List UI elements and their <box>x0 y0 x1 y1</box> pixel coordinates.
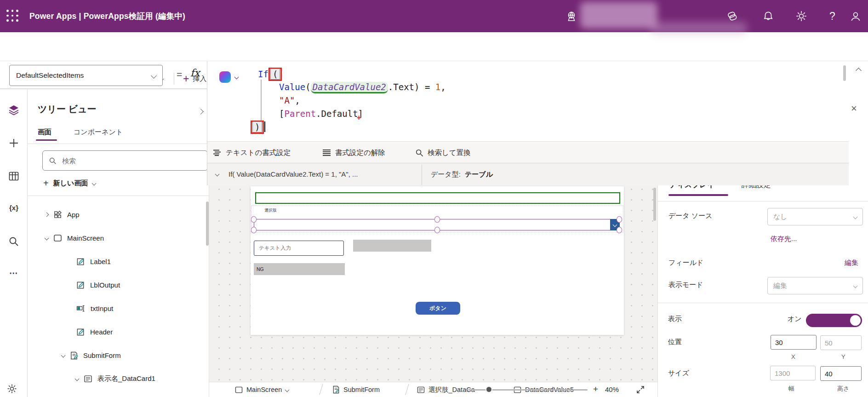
remove-formatting-button[interactable]: 書式設定の解除 <box>322 147 385 158</box>
zoom-level[interactable]: 40% <box>605 385 619 393</box>
data-source-dropdown[interactable]: なし <box>767 208 863 225</box>
breadcrumb-submitform[interactable]: SubmitForm <box>332 382 380 397</box>
fields-edit-link[interactable]: 編集 <box>845 259 858 267</box>
tree-search-input[interactable] <box>61 156 192 165</box>
waffle-menu-icon[interactable] <box>6 10 19 23</box>
datacard-icon <box>417 386 425 393</box>
more-rail-icon[interactable]: ⋯ <box>0 268 28 278</box>
selected-green-input[interactable] <box>255 192 620 204</box>
tree-item-mainscreen[interactable]: MainScreen <box>28 226 209 250</box>
settings-gear-icon[interactable] <box>795 10 807 22</box>
tab-components[interactable]: コンポーネント <box>74 128 123 137</box>
search-icon <box>415 149 423 157</box>
account-person-icon[interactable] <box>850 10 862 22</box>
collapse-formula-bar-chevron-icon[interactable] <box>856 68 862 74</box>
form-icon <box>70 351 78 360</box>
position-y-input[interactable]: 50 <box>820 335 862 350</box>
datatype-value: テーブル <box>465 170 493 179</box>
search-rail-icon[interactable] <box>8 236 20 247</box>
formula-line-4[interactable]: [Parent.Default] <box>279 108 363 120</box>
expand-chevron-icon[interactable] <box>45 213 49 217</box>
powerapps-studio: Power Apps | PowerApps検証用 (編集中) ? 戻る <box>0 0 868 397</box>
insert-rail-icon[interactable] <box>8 137 20 149</box>
breadcrumb-separator <box>319 384 323 395</box>
text-cursor <box>264 121 265 132</box>
y-axis-label: Y <box>841 353 845 360</box>
tree-view-rail-icon[interactable] <box>8 104 20 116</box>
collapse-chevron-icon[interactable] <box>61 353 66 358</box>
collapse-chevron-icon[interactable] <box>75 377 80 381</box>
collapse-panel-chevron-icon[interactable] <box>198 109 204 115</box>
selection-handle[interactable] <box>617 227 622 233</box>
format-text-button[interactable]: テキストの書式設定 <box>213 147 291 158</box>
result-expander-chevron-icon[interactable] <box>215 172 220 177</box>
canvas-scrollbar[interactable] <box>653 188 656 221</box>
form-icon <box>332 385 340 394</box>
new-screen-label: 新しい画面 <box>53 179 88 188</box>
selection-handle[interactable] <box>251 227 257 233</box>
size-width-input[interactable]: 1300 <box>770 366 816 380</box>
tab-screens[interactable]: 画面 <box>38 128 51 137</box>
formula-summary[interactable]: If( Value(DataCardValue2.Text) = 1, "A",… <box>228 170 358 178</box>
ng-output-label[interactable]: NG <box>254 263 345 275</box>
position-x-input[interactable]: 30 <box>771 335 817 350</box>
tree-item-label: App <box>67 211 80 219</box>
tree-search-box[interactable] <box>42 150 208 171</box>
selection-handle[interactable] <box>434 216 440 223</box>
chevron-down-icon <box>853 283 858 288</box>
tree-item-submitform[interactable]: SubmitForm <box>28 344 209 367</box>
notifications-bell-icon[interactable] <box>762 10 774 22</box>
collapse-chevron-icon[interactable] <box>45 236 49 241</box>
zoom-in-plus[interactable]: + <box>593 384 598 394</box>
submit-button-control[interactable]: ボタン <box>416 302 460 315</box>
selection-handle[interactable] <box>434 227 440 233</box>
disabled-label-block[interactable] <box>353 240 431 252</box>
breadcrumb-datacard[interactable]: 選択肢_DataCa <box>417 382 475 397</box>
tree-item-datacard1[interactable]: 表示名_DataCard1 <box>28 367 209 391</box>
selection-handle[interactable] <box>251 216 257 223</box>
tree-item-app[interactable]: App <box>28 203 209 226</box>
visible-state-text: オン <box>788 315 802 323</box>
tree-item-txtinput[interactable]: txtInput <box>28 297 209 320</box>
formula-line-2[interactable]: Value(DataCardValue2.Text) = 1, <box>279 81 446 93</box>
tree-item-partial[interactable] <box>28 391 209 397</box>
screen-icon <box>235 386 243 393</box>
divider <box>658 303 868 303</box>
find-replace-button[interactable]: 検索して置換 <box>415 147 471 158</box>
copilot-icon[interactable] <box>726 10 738 22</box>
variables-rail-icon[interactable]: {x} <box>0 204 28 212</box>
environment-globe-icon[interactable] <box>565 10 577 22</box>
text-input-control[interactable]: テキスト入力 <box>254 241 344 256</box>
chevron-down-icon[interactable] <box>285 387 290 392</box>
new-screen-button[interactable]: + 新しい画面 <box>43 178 96 189</box>
studio-settings-gear-icon[interactable] <box>6 383 17 394</box>
visible-toggle[interactable] <box>806 314 862 327</box>
formula-line-1[interactable]: If( <box>258 68 282 81</box>
tree-item-lbloutput[interactable]: LblOutput <box>28 273 209 297</box>
formula-line-3[interactable]: "A", <box>279 94 300 106</box>
position-label: 位置 <box>668 338 682 346</box>
zoom-slider-knob[interactable] <box>485 386 492 393</box>
control-reference-pill[interactable]: DataCardValue2 <box>311 82 388 93</box>
insert-suggestion-plus-icon[interactable]: + <box>357 114 361 122</box>
property-selector-dropdown[interactable]: DefaultSelectedItems <box>9 65 163 86</box>
close-panel-icon[interactable]: × <box>851 104 857 114</box>
tree-item-label1[interactable]: Label1 <box>28 250 209 273</box>
tree-item-header[interactable]: Header <box>28 320 209 344</box>
size-height-input[interactable]: 40 <box>820 366 862 381</box>
command-bar: 戻る + 挿入 データの追加 ⋯ 編集 <box>0 32 868 61</box>
dependency-link[interactable]: 依存先... <box>771 235 797 243</box>
formula-editor-scrollbar[interactable] <box>843 65 846 81</box>
tree-scrollbar[interactable] <box>206 201 209 246</box>
formula-line-5[interactable]: ) <box>251 121 265 134</box>
breadcrumb-mainscreen[interactable]: MainScreen <box>235 382 289 397</box>
data-rail-icon[interactable] <box>8 170 20 182</box>
selection-handle[interactable] <box>617 216 622 223</box>
copilot-formula-button[interactable] <box>219 71 238 83</box>
fit-to-window-icon[interactable] <box>636 385 645 396</box>
top-app-bar: Power Apps | PowerApps検証用 (編集中) ? <box>0 0 868 32</box>
app-icon <box>53 210 62 219</box>
help-icon[interactable]: ? <box>829 0 835 32</box>
display-mode-dropdown[interactable]: 編集 <box>767 277 863 294</box>
data-source-label: データ ソース <box>668 212 713 220</box>
